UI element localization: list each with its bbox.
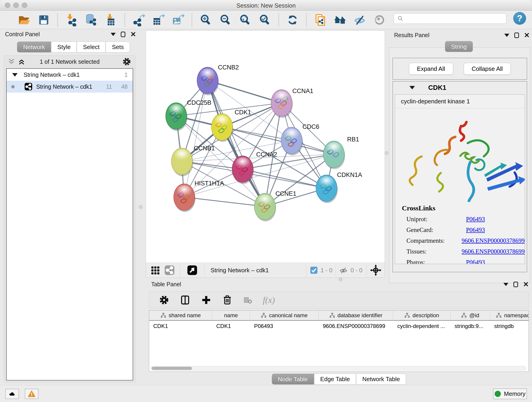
export-image-button[interactable] xyxy=(168,13,188,27)
add-column-icon[interactable] xyxy=(201,295,211,305)
delete-column-icon[interactable] xyxy=(222,295,233,305)
node-HIST1H1A[interactable]: HIST1H1A xyxy=(174,180,224,212)
table-cell[interactable]: stringdb:9... xyxy=(450,321,490,329)
expand-all-button[interactable]: Expand All xyxy=(409,63,453,75)
tab-select[interactable]: Select xyxy=(77,41,106,52)
cloud-button[interactable] xyxy=(5,389,19,399)
crosslink-link[interactable]: P06493 xyxy=(466,226,485,234)
table-cell[interactable]: stringdb xyxy=(490,321,529,329)
network-row-selected[interactable]: String Network – cdk1 11 48 xyxy=(7,81,133,93)
tab-node-table[interactable]: Node Table xyxy=(272,374,314,385)
column-header-namespace[interactable]: namespace xyxy=(490,311,529,320)
edge-CDK1-RB1[interactable] xyxy=(222,127,334,154)
import-table-button[interactable] xyxy=(101,13,121,27)
tab-network-table[interactable]: Network Table xyxy=(356,374,406,385)
zoom-selected-button[interactable] xyxy=(255,13,275,27)
selected-checkbox-icon[interactable] xyxy=(310,266,318,274)
node-CCNB1[interactable]: CCNB1 xyxy=(171,145,215,176)
crosshair-icon[interactable] xyxy=(370,264,381,276)
close-panel-icon[interactable]: ✕ xyxy=(524,32,530,38)
string-home-button[interactable] xyxy=(330,13,350,27)
float-menu-icon[interactable] xyxy=(503,283,508,286)
close-panel-icon[interactable]: ✕ xyxy=(523,282,529,287)
table-cell[interactable]: P06493 xyxy=(250,321,319,329)
left-splitter-handle[interactable] xyxy=(139,205,143,209)
crosslink-link[interactable]: 9606.ENSP00000378699 xyxy=(462,237,525,244)
zoom-out-icon xyxy=(219,13,232,26)
help-button[interactable]: ? xyxy=(513,12,526,25)
refresh-button[interactable] xyxy=(283,13,302,27)
zoom-fit-icon xyxy=(239,13,252,26)
birdseye-view-icon[interactable] xyxy=(187,265,197,275)
toolbar-group xyxy=(196,13,275,27)
node-CDC6[interactable]: CDC6 xyxy=(281,123,319,155)
network-view-mode-icon[interactable] xyxy=(164,265,175,275)
node-label: CDK1 xyxy=(234,109,251,116)
column-header-description[interactable]: description xyxy=(393,311,450,320)
memory-button[interactable]: Memory xyxy=(493,389,527,399)
node-table[interactable]: shared namenamecanonical namedatabase id… xyxy=(149,310,529,372)
table-cell[interactable]: CDK1 xyxy=(212,321,250,329)
column-header-database-identifier[interactable]: database identifier xyxy=(319,311,393,320)
table-cell[interactable]: cyclin-dependent ... xyxy=(393,321,450,329)
search-box[interactable] xyxy=(394,13,506,24)
tab-sets[interactable]: Sets xyxy=(106,41,130,52)
grid-view-icon[interactable] xyxy=(151,265,161,275)
node-CCNE1[interactable]: CCNE1 xyxy=(254,190,297,221)
node-RB1[interactable]: RB1 xyxy=(323,136,359,169)
undock-panel-icon[interactable] xyxy=(121,32,125,37)
column-header-name[interactable]: name xyxy=(212,311,250,320)
float-menu-icon[interactable] xyxy=(504,34,509,37)
import-network-button[interactable] xyxy=(62,13,81,27)
column-header-shared-name[interactable]: shared name xyxy=(149,311,212,320)
collapse-all-button[interactable]: Collapse All xyxy=(464,63,511,75)
search-input[interactable] xyxy=(404,14,506,23)
export-network-button[interactable] xyxy=(129,13,148,27)
app-window: Session: New Session ? Control Panel ✕ N… xyxy=(0,0,532,402)
import-database-button[interactable] xyxy=(81,13,101,27)
network-canvas[interactable]: CCNB2 CCNA1 CDC25B CDK1 CDC6 RB1 CCNB1 C… xyxy=(146,31,385,263)
node-label: CCNA1 xyxy=(292,88,313,95)
hidden-counts: 0 - 0 xyxy=(351,267,362,274)
network-share-icon xyxy=(24,83,32,91)
zoom-fit-button[interactable] xyxy=(235,13,255,27)
hide-selected-button[interactable] xyxy=(350,13,370,27)
table-row[interactable]: CDK1CDK1P064939606.ENSP00000378699cyclin… xyxy=(149,321,529,329)
table-cell[interactable]: CDK1 xyxy=(149,321,212,329)
zoom-out-button[interactable] xyxy=(215,13,235,27)
tab-network[interactable]: Network xyxy=(17,41,51,52)
save-session-button[interactable] xyxy=(34,13,54,27)
table-gear-icon[interactable] xyxy=(159,295,169,305)
tab-edge-table[interactable]: Edge Table xyxy=(314,374,356,385)
tab-style[interactable]: Style xyxy=(51,41,77,52)
crosslink-link[interactable]: P06493 xyxy=(466,216,485,223)
protein-structure-image xyxy=(402,112,525,202)
crosslink-link[interactable]: 9606.ENSP00000378699 xyxy=(462,248,525,255)
node-CCNB2[interactable]: CCNB2 xyxy=(197,64,239,95)
horizontal-scrollbar[interactable] xyxy=(151,366,526,370)
node-CDKN1A[interactable]: CDKN1A xyxy=(316,172,362,203)
edge-CCNB2-HIST1H1A[interactable] xyxy=(184,80,208,197)
edge-CCNB2-CCNE1[interactable] xyxy=(208,80,265,206)
select-columns-icon[interactable] xyxy=(180,295,190,305)
scrollbar-thumb[interactable] xyxy=(152,367,192,370)
column-header-canonical-name[interactable]: canonical name xyxy=(250,311,319,320)
gene-expander-icon[interactable] xyxy=(409,86,415,89)
duplicate-network-button[interactable] xyxy=(310,13,330,27)
close-panel-icon[interactable]: ✕ xyxy=(130,32,136,37)
undock-panel-icon[interactable] xyxy=(513,282,518,287)
column-header-@id[interactable]: @id xyxy=(450,311,490,320)
table-cell[interactable]: 9606.ENSP00000378699 xyxy=(319,321,393,329)
crosslink-link[interactable]: P06493 xyxy=(466,259,485,264)
warning-button[interactable] xyxy=(25,389,38,399)
collection-expander-icon[interactable] xyxy=(12,73,18,77)
show-all-button[interactable] xyxy=(370,13,389,27)
undock-panel-icon[interactable] xyxy=(514,32,519,38)
open-session-button[interactable] xyxy=(14,13,34,27)
network-collection-row[interactable]: String Network – cdk1 1 xyxy=(7,69,133,81)
float-menu-icon[interactable] xyxy=(111,33,116,36)
tab-string[interactable]: String xyxy=(445,41,473,52)
zoom-in-button[interactable] xyxy=(196,13,215,27)
edge-CCNE1-HIST1H1A[interactable] xyxy=(184,197,265,206)
export-table-button[interactable] xyxy=(148,13,168,27)
